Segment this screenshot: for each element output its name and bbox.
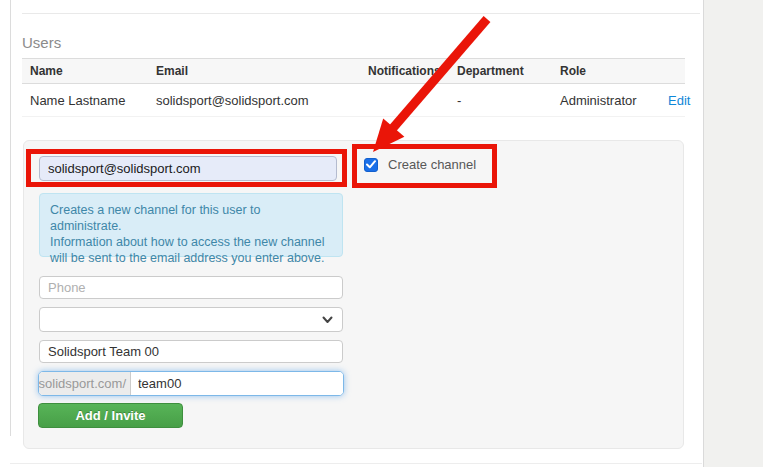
cell-name: Name Lastname — [22, 93, 148, 108]
url-prefix-addon: solidsport.com/ — [39, 372, 131, 395]
section-title: Users — [22, 34, 61, 51]
check-icon — [366, 160, 376, 169]
channel-url-group: solidsport.com/ — [38, 371, 344, 396]
phone-input[interactable] — [39, 276, 343, 299]
info-line: will be sent to the email address you en… — [50, 250, 332, 266]
table-header-row: Name Email Notifications Department Role — [22, 58, 685, 84]
team-name-input[interactable] — [39, 340, 343, 363]
column-header-role: Role — [552, 64, 660, 78]
info-line: Creates a new channel for this user to a… — [50, 202, 332, 234]
column-header-notifications: Notifications — [360, 64, 449, 78]
cell-email: solidsport@solidsport.com — [148, 93, 360, 108]
content-left-border — [10, 0, 11, 436]
cell-role: Administrator — [552, 93, 660, 108]
add-invite-button[interactable]: Add / Invite — [38, 403, 183, 428]
bottom-divider — [10, 463, 702, 464]
create-channel-info-box: Creates a new channel for this user to a… — [39, 193, 343, 257]
table-row: Name Lastname solidsport@solidsport.com … — [22, 84, 685, 117]
create-channel-checkbox[interactable] — [364, 158, 378, 172]
column-header-name: Name — [22, 64, 148, 78]
department-select[interactable] — [39, 307, 343, 332]
page-background-strip — [703, 0, 763, 467]
create-channel-label[interactable]: Create channel — [388, 157, 476, 172]
column-header-department: Department — [449, 64, 552, 78]
create-channel-row: Create channel — [364, 157, 476, 172]
column-header-email: Email — [148, 64, 360, 78]
users-table: Name Email Notifications Department Role… — [22, 58, 685, 117]
edit-link[interactable]: Edit — [668, 93, 690, 108]
info-line: Information about how to access the new … — [50, 234, 332, 250]
cell-department: - — [449, 93, 552, 108]
top-divider — [22, 13, 700, 14]
url-slug-input[interactable] — [131, 372, 343, 395]
chevron-down-icon — [322, 316, 333, 324]
email-input[interactable] — [39, 156, 337, 181]
